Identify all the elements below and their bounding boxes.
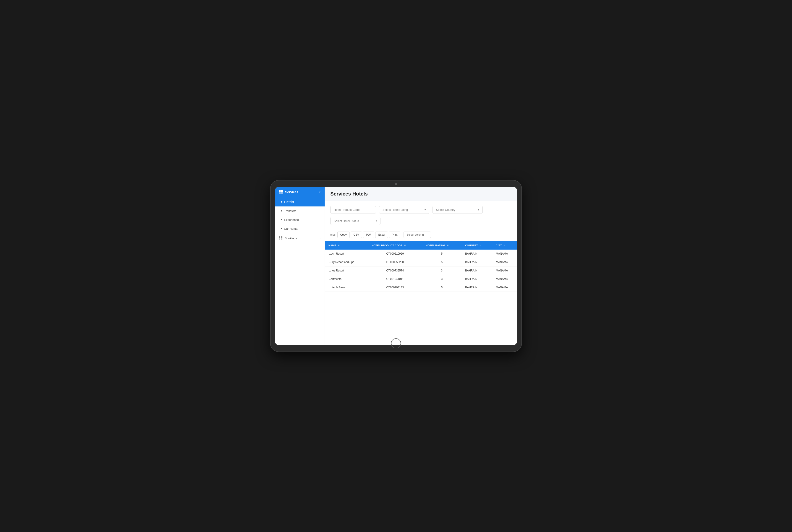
car-rental-label: Car Rental (284, 227, 298, 230)
cell-city-3: MANAMA (492, 275, 517, 283)
cell-city-1: MANAMA (492, 258, 517, 266)
cell-country-2: BAHRAIN (462, 266, 492, 275)
table-row: ...otel & Resort OT000203133 5 BAHRAIN M… (325, 283, 517, 292)
hotel-status-chevron-icon: ▾ (376, 220, 377, 223)
table-row: ...nes Resort OT000739574 3 BAHRAIN MANA… (325, 266, 517, 275)
col-header-city[interactable]: CITY ⇅ (492, 241, 517, 250)
cell-name-3: ...artments (325, 275, 368, 283)
cell-rating-1: 5 (422, 258, 462, 266)
print-button[interactable]: Print (389, 231, 401, 238)
screen: Services ▾ Hotels Transfers Experience C… (275, 187, 517, 345)
cell-city-0: MANAMA (492, 250, 517, 258)
sidebar-item-car-rental[interactable]: Car Rental (275, 224, 325, 233)
cell-rating-4: 5 (422, 283, 462, 292)
col-city-label: CITY (496, 244, 502, 247)
hotels-label: Hotels (284, 200, 294, 204)
hotel-status-label: Select Hotel Status (334, 219, 359, 223)
cell-name-0: ...ach Resort (325, 250, 368, 258)
sidebar-item-hotels[interactable]: Hotels (275, 197, 325, 207)
experience-label: Experience (284, 218, 299, 222)
col-name-label: NAME (328, 244, 336, 247)
hotel-rating-label: Select Hotel Rating (383, 208, 408, 211)
filter-section: Select Hotel Rating ▾ Select Country ▾ S… (325, 201, 517, 228)
cell-name-2: ...nes Resort (325, 266, 368, 275)
country-sort-icon: ⇅ (480, 244, 481, 247)
pdf-button[interactable]: PDF (363, 231, 374, 238)
experience-dot (281, 219, 282, 221)
entries-label: tries (330, 233, 335, 236)
bookings-left: Bookings (279, 236, 297, 240)
name-sort-icon: ⇅ (338, 244, 340, 247)
country-label: Select Country (436, 208, 455, 211)
cell-rating-0: 5 (422, 250, 462, 258)
cell-rating-2: 3 (422, 266, 462, 275)
tablet-frame: Services ▾ Hotels Transfers Experience C… (271, 180, 521, 352)
hotel-rating-select[interactable]: Select Hotel Rating ▾ (379, 206, 429, 214)
col-country-label: COUNTRY (465, 244, 478, 247)
sidebar-item-experience[interactable]: Experience (275, 215, 325, 224)
product-code-sort-icon: ⇅ (404, 244, 406, 247)
city-sort-icon: ⇅ (503, 244, 505, 247)
table-row: ...ach Resort OT000610969 5 BAHRAIN MANA… (325, 250, 517, 258)
cell-name-1: ...ury Resort and Spa (325, 258, 368, 266)
cell-rating-3: 3 (422, 275, 462, 283)
cell-product-code-3: OT001041011 (368, 275, 422, 283)
cell-name-4: ...otel & Resort (325, 283, 368, 292)
column-select-label: Select column (406, 233, 424, 236)
cell-product-code-0: OT000610969 (368, 250, 422, 258)
hotels-table: NAME ⇅ HOTEL PRODUCT CODE ⇅ HOTEL RATING… (325, 241, 517, 292)
sidebar-item-bookings[interactable]: Bookings › (275, 233, 325, 243)
bookings-label: Bookings (285, 236, 297, 240)
cell-city-2: MANAMA (492, 266, 517, 275)
col-header-name[interactable]: NAME ⇅ (325, 241, 368, 250)
hotels-dot (281, 201, 283, 203)
transfers-label: Transfers (284, 209, 296, 213)
cell-country-4: BAHRAIN (462, 283, 492, 292)
table-header-row: NAME ⇅ HOTEL PRODUCT CODE ⇅ HOTEL RATING… (325, 241, 517, 250)
hotel-rating-chevron-icon: ▾ (425, 208, 426, 211)
col-rating-label: HOTEL RATING (426, 244, 445, 247)
cell-product-code-1: OT000553290 (368, 258, 422, 266)
table-area: tries Copy CSV PDF Excel Print Select co… (325, 228, 517, 345)
sidebar-item-transfers[interactable]: Transfers (275, 207, 325, 215)
csv-button[interactable]: CSV (351, 231, 362, 238)
col-header-rating[interactable]: HOTEL RATING ⇅ (422, 241, 462, 250)
cell-country-0: BAHRAIN (462, 250, 492, 258)
services-chevron-icon: ▾ (319, 190, 321, 194)
main-content: Services Hotels Select Hotel Rating ▾ Se… (325, 187, 517, 345)
services-label: Services (285, 190, 298, 194)
bookings-icon (279, 236, 283, 240)
copy-button[interactable]: Copy (337, 231, 350, 238)
cell-country-3: BAHRAIN (462, 275, 492, 283)
cell-product-code-4: OT000203133 (368, 283, 422, 292)
services-left: Services (279, 190, 298, 194)
hotel-status-select[interactable]: Select Hotel Status ▾ (330, 217, 381, 225)
cell-product-code-2: OT000739574 (368, 266, 422, 275)
filter-row-1: Select Hotel Rating ▾ Select Country ▾ (330, 206, 512, 214)
table-row: ...ury Resort and Spa OT000553290 5 BAHR… (325, 258, 517, 266)
cell-country-1: BAHRAIN (462, 258, 492, 266)
hotel-product-code-input[interactable] (330, 206, 376, 214)
country-select[interactable]: Select Country ▾ (432, 206, 483, 214)
transfers-dot (281, 210, 282, 211)
page-title: Services Hotels (330, 191, 512, 197)
excel-button[interactable]: Excel (375, 231, 388, 238)
rating-sort-icon: ⇅ (447, 244, 449, 247)
col-product-code-label: HOTEL PRODUCT CODE (372, 244, 402, 247)
services-icon (279, 190, 283, 194)
country-chevron-icon: ▾ (478, 208, 479, 211)
sidebar-item-services[interactable]: Services ▾ (275, 187, 325, 197)
car-rental-dot (281, 228, 282, 229)
col-header-product-code[interactable]: HOTEL PRODUCT CODE ⇅ (368, 241, 422, 250)
filter-row-2: Select Hotel Status ▾ (330, 217, 512, 225)
column-select[interactable]: Select column (404, 231, 431, 238)
bookings-chevron-icon: › (320, 236, 321, 240)
page-header: Services Hotels (325, 187, 517, 201)
col-header-country[interactable]: COUNTRY ⇅ (462, 241, 492, 250)
table-row: ...artments OT001041011 3 BAHRAIN MANAMA (325, 275, 517, 283)
cell-city-4: MANAMA (492, 283, 517, 292)
sidebar: Services ▾ Hotels Transfers Experience C… (275, 187, 325, 345)
table-toolbar: tries Copy CSV PDF Excel Print Select co… (325, 228, 517, 241)
